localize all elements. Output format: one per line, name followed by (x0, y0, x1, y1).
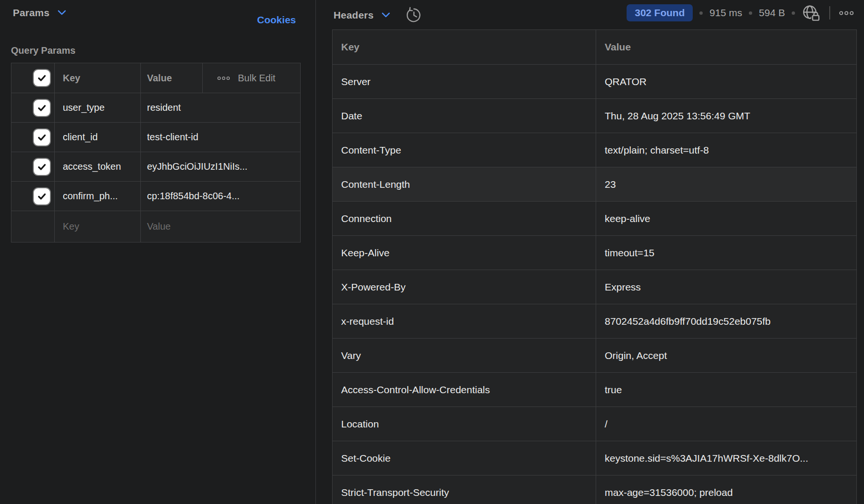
header-key: Content-Length (333, 167, 596, 201)
header-row-x-powered-by: X-Powered-By Express (333, 270, 856, 304)
header-value: Express (596, 270, 856, 304)
response-size: 594 B (759, 7, 785, 19)
value-column-header: Value (596, 30, 856, 64)
dot-separator (792, 11, 795, 15)
header-value: text/plain; charset=utf-8 (596, 133, 856, 167)
header-value: QRATOR (596, 65, 856, 98)
headers-dropdown[interactable]: Headers (334, 10, 373, 21)
param-key-input[interactable]: confirm_ph... (55, 182, 141, 211)
param-value-input[interactable]: eyJhbGciOiJIUzI1NiIs... (141, 152, 300, 181)
more-options-icon[interactable] (839, 10, 854, 16)
header-key: Connection (333, 202, 596, 235)
param-key-input[interactable]: user_type (55, 93, 141, 122)
select-all-checkbox[interactable] (11, 63, 55, 93)
response-history-icon[interactable] (405, 6, 423, 24)
new-param-checkbox-cell (11, 211, 55, 242)
header-row-sts: Strict-Transport-Security max-age=315360… (333, 475, 856, 504)
header-row-content-length: Content-Length 23 (333, 167, 856, 202)
param-checkbox[interactable] (11, 123, 55, 152)
check-icon (37, 103, 47, 113)
header-value: true (596, 373, 856, 407)
query-param-row: user_type resident (11, 93, 300, 122)
new-param-row: Key Value (11, 211, 300, 242)
new-param-key-input[interactable]: Key (55, 211, 141, 242)
query-param-row: confirm_ph... cp:18f854bd-8c06-4... (11, 181, 300, 211)
header-row-date: Date Thu, 28 Aug 2025 13:56:49 GMT (333, 99, 856, 133)
header-row-vary: Vary Origin, Accept (333, 339, 856, 373)
param-checkbox[interactable] (11, 152, 55, 181)
header-value: Thu, 28 Aug 2025 13:56:49 GMT (596, 99, 856, 133)
header-key: Strict-Transport-Security (333, 475, 596, 504)
response-headers-table: Key Value Server QRATOR Date Thu, 28 Aug… (332, 29, 857, 504)
cookies-link[interactable]: Cookies (257, 14, 296, 26)
check-icon (37, 191, 47, 202)
param-checkbox[interactable] (11, 93, 55, 122)
header-row-content-type: Content-Type text/plain; charset=utf-8 (333, 133, 856, 167)
response-time: 915 ms (709, 7, 742, 19)
header-value: keystone.sid=s%3AJIA17hWRSf-Xe-8dlk7O... (596, 441, 856, 475)
dot-separator (699, 11, 703, 15)
check-icon (37, 132, 47, 143)
check-icon (37, 73, 47, 83)
bulk-edit-label: Bulk Edit (238, 73, 275, 84)
key-column-header: Key (333, 30, 596, 64)
chevron-down-icon[interactable] (382, 11, 390, 19)
request-params-panel: Params Cookies Query Params Key Value Bu… (0, 0, 315, 504)
param-key-input[interactable]: client_id (55, 123, 141, 152)
header-row-x-request-id: x-request-id 8702452a4d6fb9ff70dd19c52eb… (333, 304, 856, 339)
header-key: x-request-id (333, 304, 596, 338)
header-key: Location (333, 407, 596, 441)
chevron-down-icon (58, 9, 66, 17)
query-param-row: client_id test-client-id (11, 122, 300, 152)
bulk-edit-button[interactable]: Bulk Edit (203, 63, 300, 93)
params-dropdown[interactable]: Params (13, 7, 66, 19)
header-value: max-age=31536000; preload (596, 475, 856, 504)
header-key: Set-Cookie (333, 441, 596, 475)
header-row-acac: Access-Control-Allow-Credentials true (333, 373, 856, 407)
params-dropdown-label: Params (13, 7, 49, 19)
query-params-title: Query Params (11, 45, 76, 56)
header-value: / (596, 407, 856, 441)
param-key-input[interactable]: access_token (55, 152, 141, 181)
status-badge: 302 Found (627, 4, 693, 21)
header-row-connection: Connection keep-alive (333, 202, 856, 236)
value-column-header: Value (141, 63, 203, 93)
check-icon (37, 162, 47, 172)
response-headers-panel: Headers 302 Found 915 ms 594 B (315, 0, 864, 504)
header-key: X-Powered-By (333, 270, 596, 304)
response-meta-bar: 302 Found 915 ms 594 B (627, 4, 854, 21)
param-checkbox[interactable] (11, 182, 55, 211)
header-value: Origin, Accept (596, 339, 856, 372)
key-column-header: Key (55, 63, 141, 93)
header-row-location: Location / (333, 407, 856, 441)
header-row-set-cookie: Set-Cookie keystone.sid=s%3AJIA17hWRSf-X… (333, 441, 856, 475)
header-key: Server (333, 65, 596, 98)
query-params-table: Key Value Bulk Edit user_type resident c… (11, 63, 301, 242)
header-value: 8702452a4d6fb9ff70dd19c52eb075fb (596, 304, 856, 338)
param-value-input[interactable]: resident (141, 93, 300, 122)
query-param-row: access_token eyJhbGciOiJIUzI1NiIs... (11, 152, 300, 181)
header-row-server: Server QRATOR (333, 65, 856, 99)
header-value: keep-alive (596, 202, 856, 235)
header-row-keep-alive: Keep-Alive timeout=15 (333, 236, 856, 270)
dot-separator (749, 11, 752, 15)
header-key: Vary (333, 339, 596, 372)
header-key: Keep-Alive (333, 236, 596, 270)
header-value: 23 (596, 167, 856, 201)
header-key: Content-Type (333, 133, 596, 167)
new-param-value-input[interactable]: Value (141, 211, 300, 242)
more-options-icon[interactable] (217, 76, 230, 81)
divider (829, 6, 830, 19)
header-key: Date (333, 99, 596, 133)
header-key: Access-Control-Allow-Credentials (333, 373, 596, 407)
network-security-icon[interactable] (802, 4, 821, 21)
response-table-header-row: Key Value (333, 30, 856, 65)
param-value-input[interactable]: test-client-id (141, 123, 300, 152)
query-params-header-row: Key Value Bulk Edit (11, 63, 300, 93)
header-value: timeout=15 (596, 236, 856, 270)
param-value-input[interactable]: cp:18f854bd-8c06-4... (141, 182, 300, 211)
